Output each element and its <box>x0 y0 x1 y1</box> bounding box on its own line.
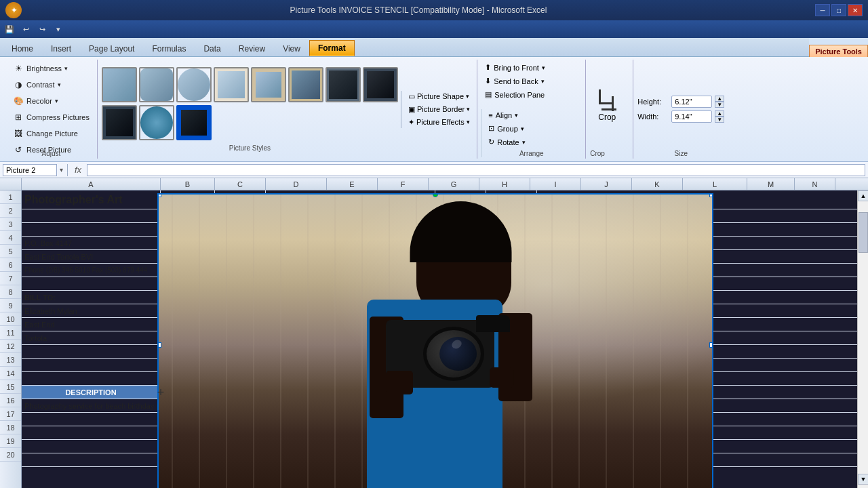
col-header-D[interactable]: D <box>266 178 327 190</box>
width-up-button[interactable]: ▲ <box>715 110 724 117</box>
col-header-K[interactable]: K <box>632 178 683 190</box>
scroll-down-button[interactable]: ▼ <box>858 474 868 485</box>
row-16[interactable]: 16 <box>0 394 21 407</box>
col-header-I[interactable]: I <box>530 178 581 190</box>
height-input[interactable] <box>671 96 712 108</box>
undo-qat-button[interactable]: ↩ <box>19 23 33 35</box>
width-down-button[interactable]: ▼ <box>715 117 724 123</box>
cell-A5[interactable]: East End Tortola BVI <box>22 250 161 263</box>
handle-top-right[interactable] <box>709 193 713 197</box>
cell-A9[interactable]: Elizabeth Mylan <box>22 304 161 317</box>
tab-insert[interactable]: Insert <box>42 40 80 56</box>
style-thumb-7[interactable] <box>326 67 361 102</box>
col-header-L[interactable]: L <box>683 178 747 190</box>
crop-button[interactable]: Crop <box>590 85 624 125</box>
cell-A18[interactable] <box>22 426 161 439</box>
col-header-M[interactable]: M <box>747 178 795 190</box>
row-13[interactable]: 13 <box>0 353 21 367</box>
style-thumb-5[interactable] <box>251 67 286 102</box>
picture-shape-button[interactable]: ▭ Picture Shape ▾ <box>406 91 473 102</box>
handle-middle-right[interactable] <box>709 342 713 348</box>
maximize-button[interactable]: □ <box>831 4 846 16</box>
row-12[interactable]: 12 <box>0 340 21 353</box>
row-20[interactable]: 20 <box>0 448 21 462</box>
tab-page-layout[interactable]: Page Layout <box>80 40 143 56</box>
scroll-thumb[interactable] <box>859 212 868 253</box>
row-1[interactable]: 1 <box>0 190 21 204</box>
row-9[interactable]: 9 <box>0 299 21 312</box>
align-button[interactable]: ≡ Align ▾ <box>485 109 528 121</box>
col-header-C[interactable]: C <box>215 178 266 190</box>
picture-border-button[interactable]: ▣ Picture Border ▾ <box>406 104 473 115</box>
row-15[interactable]: 15 <box>0 380 21 394</box>
save-qat-button[interactable]: 💾 <box>3 23 16 35</box>
cell-A7[interactable] <box>22 277 161 290</box>
row-7[interactable]: 7 <box>0 272 21 285</box>
row-2[interactable]: 2 <box>0 204 21 218</box>
tab-format[interactable]: Format <box>309 40 355 56</box>
tab-data[interactable]: Data <box>195 40 229 56</box>
cell-A14[interactable] <box>22 372 161 385</box>
style-thumb-9[interactable] <box>102 105 137 140</box>
cell-A12[interactable] <box>22 345 161 358</box>
name-box-dropdown[interactable]: ▾ <box>60 166 63 174</box>
style-thumb-4[interactable] <box>214 67 249 102</box>
bring-to-front-button[interactable]: ⬆ Bring to Front ▾ <box>481 61 549 74</box>
row-14[interactable]: 14 <box>0 367 21 380</box>
tab-home[interactable]: Home <box>3 40 42 56</box>
row-19[interactable]: 19 <box>0 434 21 448</box>
col-header-H[interactable]: H <box>479 178 530 190</box>
style-thumb-1[interactable] <box>102 67 137 102</box>
col-header-E[interactable]: E <box>327 178 378 190</box>
cell-A19[interactable] <box>22 440 161 453</box>
cell-A4[interactable]: P.O. Box 4147 <box>22 237 161 249</box>
height-up-button[interactable]: ▲ <box>715 96 724 102</box>
row-6[interactable]: 6 <box>0 258 21 272</box>
group-button[interactable]: ⊡ Group ▾ <box>485 122 528 135</box>
send-to-back-button[interactable]: ⬇ Send to Back ▾ <box>481 75 549 87</box>
cell-A20[interactable] <box>22 453 161 466</box>
scroll-up-button[interactable]: ▲ <box>858 190 868 201</box>
cell-A11[interactable]: Tortola <box>22 331 161 344</box>
formula-input[interactable] <box>87 164 865 176</box>
rotate-button[interactable]: ↻ Rotate ▾ <box>485 136 528 148</box>
contrast-button[interactable]: ◑ Contrast ▾ <box>9 77 71 92</box>
height-down-button[interactable]: ▼ <box>715 102 724 108</box>
row-17[interactable]: 17 <box>0 407 21 421</box>
brightness-button[interactable]: ☀ Brightness ▾ <box>9 61 71 76</box>
redo-qat-button[interactable]: ↪ <box>35 23 49 35</box>
cell-A13[interactable] <box>22 359 161 371</box>
style-thumb-10[interactable] <box>139 105 174 140</box>
style-thumb-8[interactable] <box>363 67 398 102</box>
col-header-A[interactable]: A <box>22 178 161 190</box>
change-picture-button[interactable]: 🖼 Change Picture <box>9 126 93 141</box>
row-5[interactable]: 5 <box>0 245 21 258</box>
cell-A8[interactable]: BILL TO: <box>22 291 161 304</box>
col-header-N[interactable]: N <box>795 178 835 190</box>
handle-top-left[interactable] <box>157 193 161 197</box>
handle-middle-left[interactable] <box>157 342 161 348</box>
vertical-scrollbar[interactable]: ▲ ▼ <box>857 190 868 488</box>
width-input[interactable] <box>671 110 712 123</box>
photo-image[interactable] <box>157 193 713 488</box>
row-4[interactable]: 4 <box>0 231 21 245</box>
col-header-J[interactable]: J <box>581 178 632 190</box>
cell-A1[interactable]: Photographer's Art <box>22 190 161 209</box>
recolor-button[interactable]: 🎨 Recolor ▾ <box>9 94 71 108</box>
compress-pictures-button[interactable]: ⊞ Compress Pictures <box>9 110 93 125</box>
tab-view[interactable]: View <box>274 40 309 56</box>
style-thumb-3[interactable] <box>176 67 212 102</box>
col-header-B[interactable]: B <box>161 178 215 190</box>
row-3[interactable]: 3 <box>0 218 21 231</box>
style-thumb-selected[interactable] <box>176 105 212 140</box>
cell-A10[interactable]: East End <box>22 318 161 331</box>
cell-A17[interactable] <box>22 413 161 426</box>
cell-A3[interactable] <box>22 223 161 236</box>
cell-A15[interactable]: DESCRIPTION <box>22 386 161 399</box>
office-button[interactable]: ✦ <box>5 2 22 18</box>
row-10[interactable]: 10 <box>0 312 21 326</box>
col-header-G[interactable]: G <box>429 178 479 190</box>
fx-button[interactable]: fx <box>72 165 84 175</box>
picture-effects-button[interactable]: ✦ Picture Effects ▾ <box>406 117 473 128</box>
row-18[interactable]: 18 <box>0 421 21 434</box>
